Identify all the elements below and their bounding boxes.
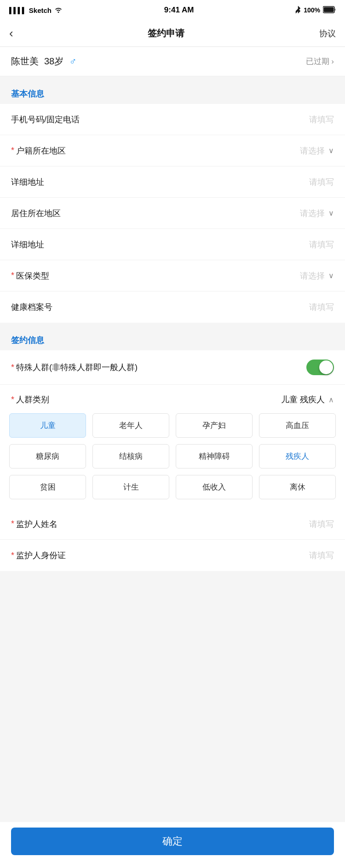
battery-icon — [323, 6, 336, 15]
tag-grid: 儿童 老年人 孕产妇 高血压 糖尿病 结核病 精神障碍 残疾人 贫困 计生 低收… — [0, 409, 345, 508]
expired-label: 已过期 — [306, 56, 329, 67]
tag-family-planning[interactable]: 计生 — [92, 475, 169, 499]
tag-pregnant[interactable]: 孕产妇 — [176, 413, 253, 438]
user-bar: 陈世美 38岁 ♂ 已过期 › — [0, 47, 345, 76]
tag-poor[interactable]: 贫困 — [9, 475, 86, 499]
tag-retired[interactable]: 离休 — [259, 475, 336, 499]
detail-address-1-placeholder: 请填写 — [309, 177, 334, 188]
tag-hypertension[interactable]: 高血压 — [259, 413, 336, 438]
required-star-5: * — [11, 519, 14, 529]
residence-region-label: 居住所在地区 — [11, 208, 61, 219]
insurance-type-value: 请选择 ∨ — [300, 270, 334, 281]
signal-icon: ▌▌▌▌ — [9, 7, 26, 14]
battery-percent: 100% — [304, 6, 320, 14]
bottom-button-area: 确定 — [0, 822, 345, 868]
detail-address-2-placeholder: 请填写 — [309, 239, 334, 250]
sign-info-header: 签约信息 — [0, 328, 345, 350]
svg-rect-1 — [323, 7, 334, 12]
toggle-knob — [319, 360, 333, 374]
phone-label: 手机号码/固定电话 — [11, 114, 80, 125]
population-selected: 儿童 残疾人 — [281, 394, 325, 405]
guardian-id-label: * 监护人身份证 — [11, 550, 66, 561]
household-region-label: * 户籍所在地区 — [11, 145, 66, 156]
chevron-up-icon: ∧ — [328, 395, 334, 404]
required-star-4: * — [11, 395, 14, 405]
population-row[interactable]: * 人群类别 儿童 残疾人 ∧ — [0, 385, 345, 409]
guardian-name-row[interactable]: * 监护人姓名 请填写 — [0, 508, 345, 540]
tag-mental[interactable]: 精神障碍 — [176, 444, 253, 468]
required-star-2: * — [11, 271, 14, 280]
basic-info-header: 基本信息 — [0, 82, 345, 104]
special-group-label: * 特殊人群(非特殊人群即一般人群) — [11, 362, 138, 373]
guardian-name-label: * 监护人姓名 — [11, 519, 58, 530]
residence-region-value: 请选择 ∨ — [300, 208, 334, 219]
tag-elderly[interactable]: 老年人 — [92, 413, 169, 438]
population-value: 儿童 残疾人 ∧ — [281, 394, 334, 405]
basic-info-form: 手机号码/固定电话 请填写 * 户籍所在地区 请选择 ∨ 详细地址 请填写 居住… — [0, 104, 345, 323]
page-title: 签约申请 — [148, 27, 184, 40]
user-info: 陈世美 38岁 ♂ — [11, 55, 77, 68]
health-record-label: 健康档案号 — [11, 302, 52, 313]
guardian-id-placeholder: 请填写 — [309, 550, 334, 561]
expired-tag[interactable]: 已过期 › — [306, 56, 334, 67]
tag-child[interactable]: 儿童 — [9, 413, 86, 438]
population-label: * 人群类别 — [11, 394, 49, 405]
tag-low-income[interactable]: 低收入 — [176, 475, 253, 499]
guardian-id-row[interactable]: * 监护人身份证 请填写 — [0, 540, 345, 571]
status-time: 9:41 AM — [164, 6, 194, 15]
chevron-right-icon: › — [331, 57, 334, 66]
required-star: * — [11, 146, 14, 155]
health-record-placeholder: 请填写 — [309, 302, 334, 313]
tag-disabled[interactable]: 残疾人 — [259, 444, 336, 468]
phone-placeholder: 请填写 — [309, 114, 334, 125]
residence-region-row[interactable]: 居住所在地区 请选择 ∨ — [0, 198, 345, 229]
detail-address-2-row[interactable]: 详细地址 请填写 — [0, 229, 345, 260]
guardian-name-placeholder: 请填写 — [309, 519, 334, 530]
status-left: ▌▌▌▌ Sketch — [9, 6, 63, 14]
gender-icon: ♂ — [69, 56, 77, 68]
required-star-3: * — [11, 363, 14, 372]
back-button[interactable]: ‹ — [9, 26, 13, 40]
chevron-down-icon-3: ∨ — [328, 271, 334, 280]
detail-address-2-label: 详细地址 — [11, 239, 44, 250]
household-region-row[interactable]: * 户籍所在地区 请选择 ∨ — [0, 135, 345, 166]
chevron-down-icon: ∨ — [328, 146, 334, 155]
user-age: 38岁 — [44, 55, 63, 68]
insurance-type-row[interactable]: * 医保类型 请选择 ∨ — [0, 260, 345, 291]
nav-bar: ‹ 签约申请 协议 — [0, 20, 345, 47]
protocol-link[interactable]: 协议 — [319, 28, 336, 39]
detail-address-1-label: 详细地址 — [11, 177, 44, 188]
special-group-row: * 特殊人群(非特殊人群即一般人群) — [0, 350, 345, 385]
tag-tuberculosis[interactable]: 结核病 — [92, 444, 169, 468]
carrier-label: Sketch — [29, 6, 52, 14]
status-bar: ▌▌▌▌ Sketch 9:41 AM 100% — [0, 0, 345, 20]
section-gap — [0, 323, 345, 328]
toggle-switch[interactable] — [306, 360, 334, 375]
status-right: 100% — [295, 6, 336, 15]
insurance-type-label: * 医保类型 — [11, 270, 49, 281]
health-record-row[interactable]: 健康档案号 请填写 — [0, 291, 345, 323]
sign-info-form: * 特殊人群(非特殊人群即一般人群) * 人群类别 儿童 残疾人 ∧ 儿童 — [0, 350, 345, 571]
bluetooth-icon — [295, 6, 301, 15]
required-star-6: * — [11, 551, 14, 560]
special-group-toggle[interactable] — [306, 360, 334, 375]
household-region-value: 请选择 ∨ — [300, 145, 334, 156]
basic-info-title: 基本信息 — [11, 89, 44, 98]
detail-address-1-row[interactable]: 详细地址 请填写 — [0, 166, 345, 198]
confirm-button[interactable]: 确定 — [11, 828, 334, 855]
chevron-down-icon-2: ∨ — [328, 209, 334, 217]
wifi-icon — [54, 6, 63, 14]
tag-diabetes[interactable]: 糖尿病 — [9, 444, 86, 468]
user-name: 陈世美 — [11, 55, 39, 68]
phone-row[interactable]: 手机号码/固定电话 请填写 — [0, 104, 345, 135]
sign-info-title: 签约信息 — [11, 336, 44, 345]
